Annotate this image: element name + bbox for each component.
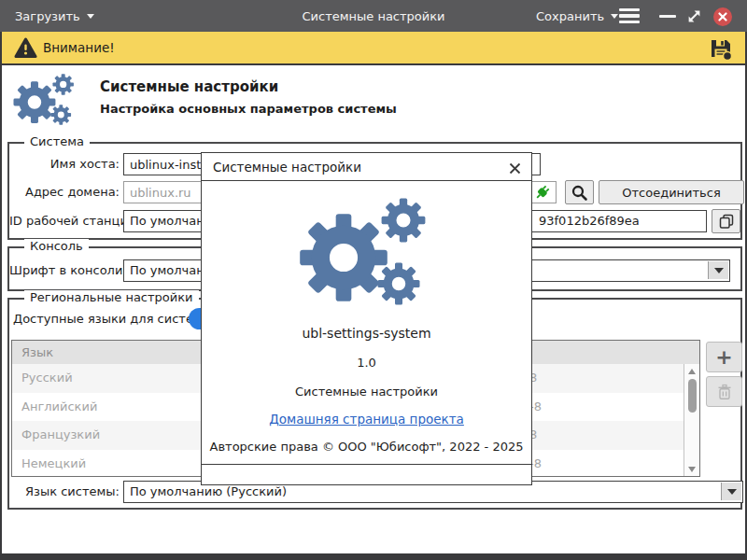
close-icon (509, 162, 521, 175)
available-languages-label: Доступные языки для системы: (13, 308, 216, 329)
scroll-down-icon[interactable] (684, 463, 699, 476)
dialog-separator (202, 464, 531, 465)
minimize-button[interactable] (659, 15, 676, 18)
add-language-button[interactable]: + (706, 342, 742, 372)
save-menu-label: Сохранить (536, 9, 604, 23)
copy-icon (718, 213, 735, 230)
workstation-id-value-right: 93f012b26f89ea (539, 211, 640, 231)
group-system-legend: Система (24, 134, 90, 148)
warning-bar: Внимание! (2, 32, 745, 65)
page-subtitle: Настройка основных параметров системы (100, 102, 397, 116)
about-dialog: Системные настройки ubl-settings-system … (201, 152, 532, 485)
connected-plug-icon (532, 183, 552, 203)
chevron-down-icon (611, 14, 618, 22)
delete-language-button[interactable] (706, 376, 742, 407)
save-menu-button[interactable]: Сохранить (536, 0, 618, 32)
save-config-icon[interactable] (708, 35, 734, 62)
language-cell: Русский (21, 371, 73, 385)
system-language-label: Язык системы: (9, 481, 120, 503)
trash-icon (715, 383, 734, 401)
group-console-legend: Консоль (24, 239, 89, 253)
menu-icon[interactable] (619, 8, 640, 23)
scroll-up-icon[interactable] (684, 364, 699, 377)
close-icon (718, 12, 727, 21)
app-gears-icon (11, 71, 78, 127)
homepage-link[interactable]: Домашняя страница проекта (269, 412, 464, 427)
chevron-down-icon[interactable] (708, 261, 728, 279)
hostname-label: Имя хоста: (9, 153, 120, 175)
app-version: 1.0 (202, 356, 531, 370)
group-regional-legend: Региональные настройки (24, 290, 199, 304)
app-name: ubl-settings-system (202, 326, 531, 341)
warning-icon (14, 37, 37, 59)
disconnect-button[interactable]: Отсоединиться (599, 180, 744, 204)
search-button[interactable] (565, 180, 594, 204)
app-window: Загрузить Системные настройки Сохранить (0, 0, 747, 560)
expand-icon (686, 8, 702, 24)
table-scrollbar[interactable] (684, 364, 699, 476)
system-language-value: По умолчанию (Русский) (130, 484, 287, 498)
maximize-button[interactable] (686, 8, 702, 24)
page-title: Системные настройки (100, 78, 278, 95)
domain-label: Адрес домена: (9, 181, 120, 203)
language-cell: Французкий (21, 427, 100, 441)
warning-text: Внимание! (43, 40, 115, 55)
language-cell: Немецкий (21, 456, 86, 470)
chevron-down-icon[interactable] (721, 483, 741, 500)
close-button[interactable] (713, 7, 732, 26)
app-description: Системные настройки (202, 385, 531, 399)
language-cell: Английский (21, 399, 97, 413)
copyright-text: Авторские права © ООО "Юбисофт", 2022 - … (202, 440, 531, 454)
scrollbar-thumb[interactable] (688, 379, 697, 413)
console-font-label: Шрифт в консоли: (9, 259, 120, 282)
workstation-id-label: ID рабочей станции: (9, 210, 120, 232)
dialog-close-button[interactable] (505, 159, 524, 177)
search-icon (571, 184, 588, 202)
dialog-title: Системные настройки (213, 160, 361, 175)
copy-id-button[interactable] (712, 209, 740, 233)
plus-icon: + (715, 347, 732, 368)
dialog-titlebar: Системные настройки (202, 153, 531, 181)
window-titlebar: Загрузить Системные настройки Сохранить (0, 0, 747, 32)
app-gears-logo (295, 192, 435, 309)
